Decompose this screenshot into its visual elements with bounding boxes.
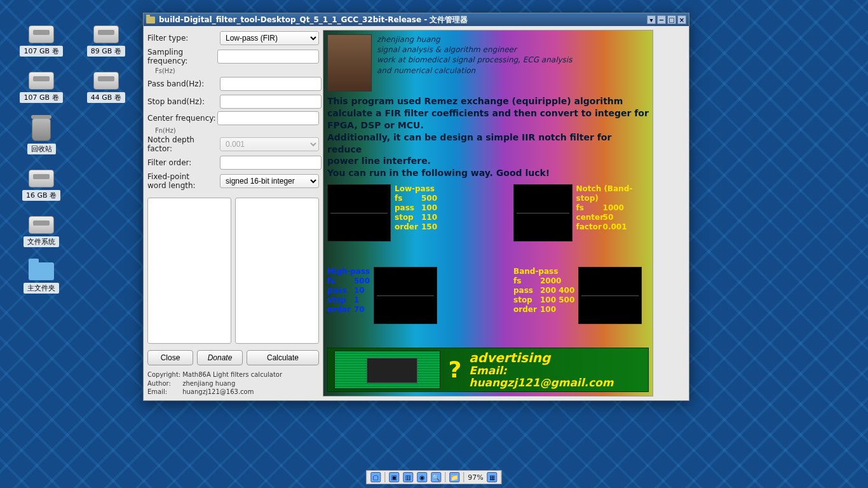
center-freq-label: Center frequency: xyxy=(147,114,217,123)
close-window-button[interactable]: × xyxy=(677,15,686,24)
notch-depth-label: Notch depth factor: xyxy=(147,135,217,153)
ad-question-icon: ? xyxy=(448,356,461,383)
taskbar-terminal-icon[interactable]: ▣ xyxy=(389,472,399,482)
app-window: build-Digital_filter_tool-Desktop_Qt_5_1… xyxy=(143,13,689,401)
home-folder-icon[interactable]: 主文件夹 xyxy=(13,262,70,294)
footer-info: Copyright: Math86A Light filters calcula… xyxy=(147,370,319,396)
taskbar-files-icon[interactable]: 📁 xyxy=(449,472,459,482)
highpass-chart xyxy=(374,267,437,324)
drive-icon-16gb[interactable]: 16 GB 卷 xyxy=(13,170,70,201)
window-folder-icon xyxy=(146,17,155,24)
stop-band-label: Stop band(Hz): xyxy=(147,97,217,106)
sampling-sublabel: Fs(Hz) xyxy=(147,68,175,74)
filter-type-label: Filter type: xyxy=(147,34,217,43)
examples-grid: Low-pass fs500 pass100 stop110 order150 … xyxy=(327,184,649,324)
minimize-button[interactable]: − xyxy=(657,15,666,24)
bandpass-params: Band-pass fs2000 pass200 400 stop100 500… xyxy=(513,267,574,315)
taskbar-search-icon[interactable]: 🔍 xyxy=(431,472,441,482)
author-bio: zhenjiang huang signal analysis & algori… xyxy=(377,34,572,92)
taskbar-panel-icon[interactable]: ▥ xyxy=(403,472,413,482)
output-box-1[interactable] xyxy=(147,198,231,344)
drive-icon-107gb-1[interactable]: 107 GB 卷 xyxy=(13,25,70,57)
ad-banner: ? advertising Email: huangzj121@gmail.co… xyxy=(327,348,649,392)
taskbar-globe-icon[interactable]: ◉ xyxy=(417,472,427,482)
desktop-icons: 107 GB 卷 89 GB 卷 107 GB 卷 44 GB 卷 回收站 16… xyxy=(13,25,153,309)
drive-icon-89gb[interactable]: 89 GB 卷 xyxy=(78,25,135,57)
pass-band-input-1[interactable] xyxy=(220,77,322,91)
form-pane: Filter type: Low-pass (FIR) Sampling fre… xyxy=(147,30,319,396)
calculate-button[interactable]: Calculate xyxy=(247,350,319,365)
lowpass-chart xyxy=(327,184,391,241)
drive-icon-107gb-2[interactable]: 107 GB 卷 xyxy=(13,72,70,103)
titlebar[interactable]: build-Digital_filter_tool-Desktop_Qt_5_1… xyxy=(144,13,689,26)
filter-order-input[interactable] xyxy=(220,156,322,170)
fixed-point-label: Fixed-point word length: xyxy=(147,172,217,190)
taskbar-desktop-icon[interactable]: ▢ xyxy=(370,472,381,482)
output-box-2[interactable] xyxy=(235,198,319,344)
center-freq-sublabel: Fn(Hz) xyxy=(147,128,176,134)
bandpass-chart xyxy=(578,267,642,324)
donate-button[interactable]: Donate xyxy=(197,350,243,365)
filter-type-select[interactable]: Low-pass (FIR) xyxy=(220,31,319,45)
notch-params: Notch (Band-stop) fs1000 center50 factor… xyxy=(576,184,649,232)
window-title: build-Digital_filter_tool-Desktop_Qt_5_1… xyxy=(159,15,468,25)
filter-order-label: Filter order: xyxy=(147,158,217,167)
drive-icon-filesystem[interactable]: 文件系统 xyxy=(13,216,70,247)
maximize-button[interactable]: □ xyxy=(667,15,676,24)
sampling-input[interactable] xyxy=(217,50,319,64)
center-freq-input[interactable] xyxy=(217,111,319,125)
lowpass-params: Low-pass fs500 pass100 stop110 order150 xyxy=(395,184,437,232)
sampling-label: Sampling frequency: xyxy=(147,48,217,65)
taskbar: ▢ ▣ ▥ ◉ 🔍 📁 97% ▦ xyxy=(366,470,501,484)
pass-band-label: Pass band(Hz): xyxy=(147,79,217,88)
taskbar-battery-percent: 97% xyxy=(468,473,483,482)
stop-band-input-1[interactable] xyxy=(220,95,322,109)
notch-depth-select[interactable]: 0.001 xyxy=(220,137,319,151)
author-avatar xyxy=(327,34,372,92)
drive-icon-44gb[interactable]: 44 GB 卷 xyxy=(78,72,135,103)
notch-chart xyxy=(513,184,573,241)
chip-image xyxy=(334,351,440,389)
info-pane: zhenjiang huang signal analysis & algori… xyxy=(323,30,653,396)
ad-text: advertising Email: huangzj121@gmail.com xyxy=(469,351,642,388)
highpass-params: High-pass fs500 pass10 stop1 order70 xyxy=(327,267,370,315)
close-button[interactable]: Close xyxy=(147,350,193,365)
taskbar-tray-icon[interactable]: ▦ xyxy=(487,472,498,482)
trash-icon[interactable]: 回收站 xyxy=(13,118,70,154)
intro-text: This program used Remez exchange (equiri… xyxy=(327,95,649,179)
fixed-point-select[interactable]: signed 16-bit integer xyxy=(220,174,319,188)
shade-button[interactable]: ▾ xyxy=(647,15,656,24)
